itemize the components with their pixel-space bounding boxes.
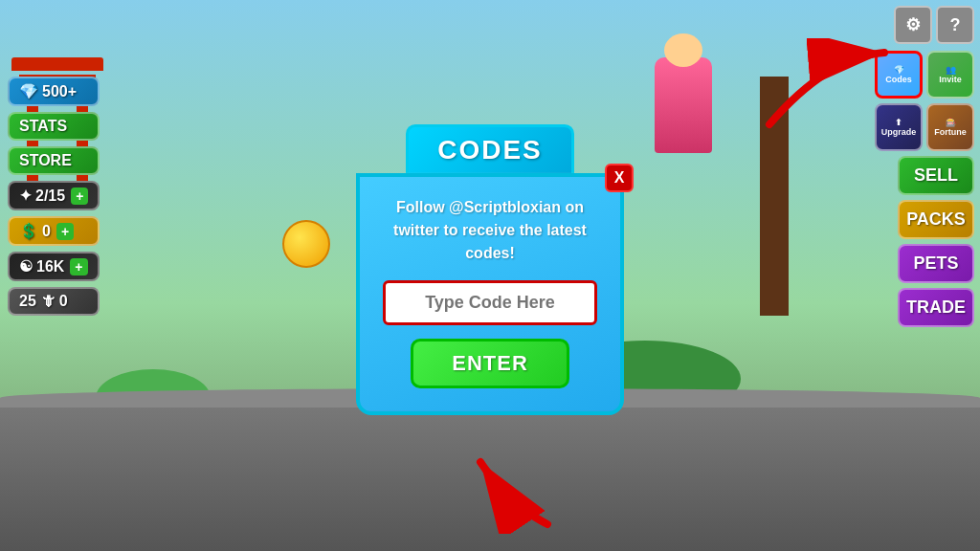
left-ui-panel: 💎 500+ STATS STORE ✦ 2/15 + 💲 0 + ☯ 16K … xyxy=(8,77,100,316)
store-button[interactable]: STORE xyxy=(8,146,100,175)
gems-value: 500+ xyxy=(42,83,77,100)
codes-icon-label: Codes xyxy=(885,75,912,84)
coin-icon: 💲 xyxy=(19,222,38,240)
stats-label: STATS xyxy=(19,118,67,135)
right-ui-panel: ⚙ ? 💎 Codes 👥 Invite ⬆ Upgrade 🎰 Fortune… xyxy=(875,6,974,327)
sword-count: 25 xyxy=(19,293,36,310)
codes-icon-button[interactable]: 💎 Codes xyxy=(875,51,923,99)
coins-badge: 💲 0 + xyxy=(8,216,100,246)
fortune-icon-button[interactable]: 🎰 Fortune xyxy=(926,103,974,151)
gem-icon: 💎 xyxy=(19,82,38,100)
codes-modal-wrapper: CODES X Follow @Scriptbloxian on twitter… xyxy=(356,124,624,415)
codes-modal: X Follow @Scriptbloxian on twitter to re… xyxy=(356,173,624,415)
code-input[interactable] xyxy=(388,285,592,320)
close-label: X xyxy=(614,169,625,187)
star-icon: ✦ xyxy=(19,187,32,205)
stars-badge: ✦ 2/15 + xyxy=(8,181,100,210)
invite-icon-label: Invite xyxy=(939,75,962,84)
stats-button[interactable]: STATS xyxy=(8,112,100,141)
yellow-ball xyxy=(282,220,330,268)
upgrade-icon-button[interactable]: ⬆ Upgrade xyxy=(875,103,923,151)
invite-icon-button[interactable]: 👥 Invite xyxy=(926,51,974,99)
sword-badge: 25 🗡 0 xyxy=(8,287,100,316)
pets-button[interactable]: PETS xyxy=(898,244,974,283)
upgrade-row: ⬆ Upgrade 🎰 Fortune xyxy=(875,103,974,151)
gems-badge: 💎 500+ xyxy=(8,77,100,106)
gear-icon: ⚙ xyxy=(905,14,921,35)
sell-label: SELL xyxy=(914,165,958,185)
packs-button[interactable]: PACKS xyxy=(898,200,974,239)
close-button[interactable]: X xyxy=(605,164,634,192)
pets-label: PETS xyxy=(913,253,958,273)
store-label: STORE xyxy=(19,152,72,169)
code-input-wrapper xyxy=(383,280,597,325)
packs-label: PACKS xyxy=(906,209,966,229)
sword-icon: 🗡 xyxy=(40,293,56,310)
gear-button[interactable]: ⚙ xyxy=(894,6,932,44)
stars-plus-button[interactable]: + xyxy=(71,187,88,205)
codes-icon: 💎 xyxy=(894,65,904,75)
help-icon: ? xyxy=(950,15,961,35)
fortune-icon-label: Fortune xyxy=(934,127,967,137)
invite-icon: 👥 xyxy=(946,65,956,75)
enter-label: ENTER xyxy=(452,351,528,375)
yin-badge: ☯ 16K + xyxy=(8,252,100,281)
yin-value: 16K xyxy=(36,258,64,276)
upgrade-icon: ⬆ xyxy=(895,118,902,127)
fortune-icon: 🎰 xyxy=(946,118,956,127)
big-tree xyxy=(760,77,789,316)
ground xyxy=(0,398,980,551)
small-icons-row: 💎 Codes 👥 Invite xyxy=(875,51,974,99)
codes-description: Follow @Scriptbloxian on twitter to rece… xyxy=(383,196,597,265)
enter-button[interactable]: ENTER xyxy=(411,339,569,388)
coins-plus-button[interactable]: + xyxy=(56,223,74,240)
sell-button[interactable]: SELL xyxy=(898,156,974,195)
sword-value: 0 xyxy=(59,293,68,310)
codes-title: CODES xyxy=(406,124,574,173)
coins-value: 0 xyxy=(42,223,51,240)
help-button[interactable]: ? xyxy=(936,6,974,44)
yin-icon: ☯ xyxy=(19,257,33,276)
trade-label: TRADE xyxy=(906,298,966,317)
trade-button[interactable]: TRADE xyxy=(898,288,974,327)
stars-value: 2/15 xyxy=(35,187,65,205)
yin-plus-button[interactable]: + xyxy=(70,258,87,276)
character xyxy=(655,57,712,153)
upgrade-icon-label: Upgrade xyxy=(881,127,917,137)
top-icon-row: ⚙ ? xyxy=(894,6,974,44)
